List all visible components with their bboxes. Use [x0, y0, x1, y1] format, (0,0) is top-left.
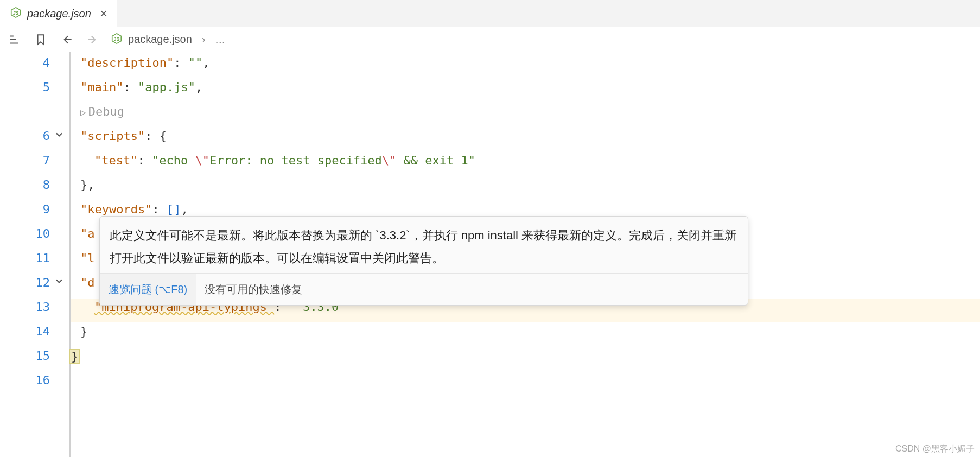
- hover-tooltip: 此定义文件可能不是最新。将此版本替换为最新的 `3.3.2`，并执行 npm i…: [99, 216, 748, 306]
- list-icon[interactable]: [7, 31, 23, 48]
- back-icon[interactable]: [59, 31, 75, 48]
- debug-codelens[interactable]: ▷Debug: [80, 105, 124, 118]
- editor[interactable]: 4 5 6 7 8 9 10 11 12 13 14 15 16 "descri…: [0, 52, 980, 457]
- line-number: 9: [0, 202, 50, 216]
- breadcrumb-row: JS package.json › ...: [0, 27, 980, 52]
- line-number: 11: [0, 251, 50, 265]
- watermark: CSDN @黑客小媚子: [895, 443, 975, 455]
- svg-text:JS: JS: [12, 10, 19, 15]
- line-number: 4: [0, 56, 50, 69]
- code-line: }: [80, 325, 87, 338]
- code-line: "d: [80, 276, 95, 289]
- code-line: "keywords": [],: [80, 202, 188, 216]
- gutter: 4 5 6 7 8 9 10 11 12 13 14 15 16: [0, 52, 69, 457]
- breadcrumb-ellipsis[interactable]: ...: [215, 33, 225, 47]
- peek-problem-action[interactable]: 速览问题 (⌥F8): [100, 274, 196, 305]
- svg-text:JS: JS: [113, 36, 119, 41]
- tab-filename: package.json: [27, 8, 91, 20]
- code-line: "scripts": {: [80, 129, 167, 143]
- fold-icon[interactable]: [51, 129, 67, 143]
- code-line: },: [80, 178, 95, 192]
- code-line: "l: [80, 251, 95, 265]
- line-number: 7: [0, 154, 50, 167]
- code-line: }: [69, 349, 80, 364]
- code-line: "test": "echo \"Error: no test specified…: [94, 154, 475, 167]
- nodejs-icon: JS: [111, 33, 123, 47]
- tab-row: JS package.json ×: [0, 0, 980, 27]
- fold-icon[interactable]: [51, 276, 67, 289]
- close-tab-icon[interactable]: ×: [100, 7, 107, 20]
- line-number: 15: [0, 349, 50, 363]
- line-number: 13: [0, 300, 50, 314]
- breadcrumb-filename: package.json: [128, 33, 192, 46]
- no-quick-fix-label: 没有可用的快速修复: [196, 274, 311, 305]
- code-line: "main": "app.js",: [80, 80, 202, 94]
- hover-message: 此定义文件可能不是最新。将此版本替换为最新的 `3.3.2`，并执行 npm i…: [100, 217, 748, 273]
- line-number: 8: [0, 178, 50, 192]
- line-number: 10: [0, 227, 50, 240]
- hover-actions: 速览问题 (⌥F8) 没有可用的快速修复: [100, 273, 748, 305]
- line-number: 6: [0, 129, 50, 143]
- line-number: 16: [0, 373, 50, 387]
- bookmark-icon[interactable]: [33, 31, 49, 48]
- nodejs-icon: JS: [10, 7, 22, 21]
- forward-icon[interactable]: [85, 31, 101, 48]
- code-area[interactable]: "description": "", "main": "app.js", ▷De…: [69, 52, 980, 457]
- code-line: "description": "",: [80, 56, 209, 69]
- line-number: 5: [0, 80, 50, 94]
- breadcrumb-file[interactable]: JS package.json: [111, 33, 192, 47]
- breadcrumb-separator: ›: [202, 33, 206, 46]
- tab-package-json[interactable]: JS package.json ×: [0, 0, 117, 27]
- line-number: 12: [0, 276, 50, 289]
- line-number: 14: [0, 325, 50, 338]
- code-line: "a: [80, 227, 95, 240]
